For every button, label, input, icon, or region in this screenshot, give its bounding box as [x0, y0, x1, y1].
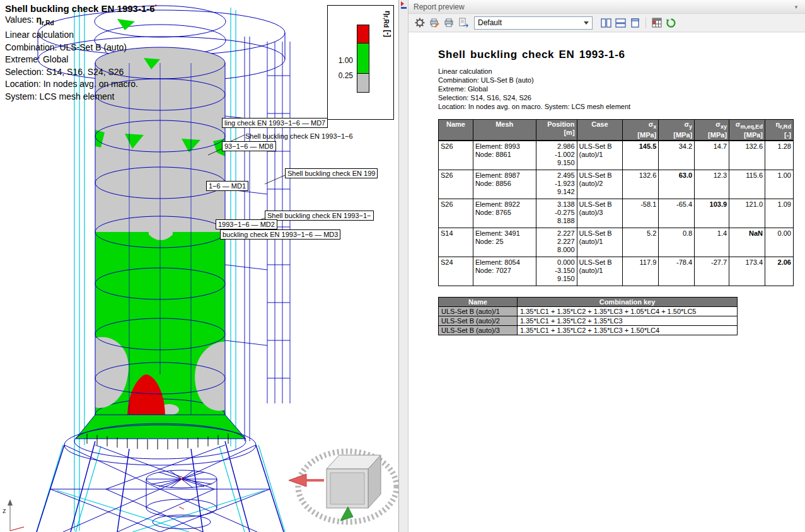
report-preview-panel: Report preview ▾ [408, 0, 805, 532]
printer-icon [444, 18, 454, 28]
overlay-line-extreme: Extreme: Global [5, 54, 157, 66]
info-line-selection: Selection: S14, S16, S24, S26 [438, 93, 794, 102]
cell-position: 3.138-0.2758.188 [536, 199, 577, 228]
report-template-select[interactable]: Default [474, 16, 593, 30]
cell-sigma-y: -65.4 [659, 199, 695, 228]
cell-case: ULS-Set B(auto)/1 [577, 141, 623, 170]
overlay-title: Shell buckling check EN 1993-1-6* [5, 3, 157, 14]
model-label-md2[interactable]: 1993−1−6 — MD2 [216, 219, 277, 229]
printer-edit-icon [429, 18, 439, 28]
legend-tick-low: 0.25 [330, 71, 353, 80]
col-sigma-xy: σxy[MPa] [695, 120, 729, 141]
legend-seg-gray [357, 74, 369, 93]
cell-case: ULS-Set B(auto)/3 [577, 199, 623, 228]
cell-sigma-meqed: 132.6 [729, 141, 765, 170]
cell-sigma-x: 145.5 [623, 141, 659, 170]
model-label-full-2[interactable]: Shell buckling check EN 1993−1− [265, 211, 374, 221]
cell-name: S14 [439, 228, 473, 257]
rotate-down-arrow[interactable] [340, 507, 353, 521]
cell-sigma-meqed: NaN [729, 228, 765, 257]
cell-eta-rrd: 2.06 [765, 257, 794, 286]
cell-sigma-xy: 12.3 [695, 170, 729, 199]
cell-sigma-y: 0.8 [659, 228, 695, 257]
dock-arrow-icon[interactable] [401, 1, 407, 9]
col-sigma-x: σx[MPa] [623, 120, 659, 141]
single-page-icon [630, 18, 640, 28]
export-button[interactable] [456, 16, 470, 30]
layout-split-button[interactable] [613, 16, 628, 30]
report-toolbar: Default [408, 14, 805, 32]
layout-single-page-button[interactable] [628, 16, 642, 30]
rotate-left-arrow[interactable] [289, 474, 306, 487]
cell-eta-rrd: 0.00 [765, 228, 794, 257]
cell-combo-name: ULS-Set B (auto)/3 [439, 325, 518, 335]
cell-case: ULS-Set B(auto)/2 [577, 170, 623, 199]
split-pages-icon [615, 18, 626, 28]
view-cube[interactable] [289, 451, 397, 522]
cell-mesh: Element: 8993Node: 8861 [473, 141, 536, 170]
col-combo-name: Name [439, 297, 518, 306]
result-overlay: Shell buckling check EN 1993-1-6* Values… [5, 3, 157, 103]
chevron-down-icon[interactable] [581, 18, 591, 28]
cell-sigma-y: -78.4 [659, 257, 695, 286]
overlay-line-system: System: LCS mesh element [5, 91, 157, 103]
results-header-row: Name Mesh Position[m] Case σx[MPa] σy[MP… [439, 120, 794, 141]
results-table: Name Mesh Position[m] Case σx[MPa] σy[MP… [438, 119, 794, 286]
info-line-location: Location: In nodes avg. on macro. System… [438, 102, 794, 111]
cell-sigma-xy: -27.7 [695, 257, 729, 286]
layout-two-pages-button[interactable] [599, 16, 613, 30]
cell-sigma-x: -58.1 [623, 199, 659, 228]
legend-color-bar [357, 25, 369, 93]
report-title: Shell buckling check EN 1993-1-6 [438, 49, 794, 61]
cell-combo-key: 1.35*LC1 + 1.35*LC2 + 1.35*LC3 [518, 316, 738, 325]
axis-z-text: z [3, 507, 6, 514]
print-setup-button[interactable] [427, 16, 441, 30]
cell-case: ULS-Set B(auto)/1 [577, 228, 623, 257]
gear-icon [415, 18, 425, 28]
model-viewport[interactable]: z Shell buckling check EN 1993-1-6* Valu… [0, 0, 398, 532]
cell-sigma-meqed: 121.0 [729, 199, 765, 228]
legend-seg-green [357, 43, 369, 74]
print-button[interactable] [441, 16, 456, 30]
model-label-full-1[interactable]: Shell buckling check EN 1993−1−6 [243, 132, 355, 141]
cell-sigma-x: 117.9 [623, 257, 659, 286]
overlay-line-selection: Selection: S14, S16, S24, S26 [5, 66, 157, 79]
overlay-line-location: Location: In nodes avg. on macro. [5, 78, 157, 91]
settings-button[interactable] [412, 16, 427, 30]
color-legend: ηr,Rd [-] 1.00 0.25 [327, 5, 394, 120]
cell-eta-rrd: 1.09 [765, 199, 794, 228]
model-label-md8[interactable]: 93−1−6 — MD8 [222, 141, 276, 151]
table-row: S26 Element: 8993Node: 8861 2.986-1.0029… [439, 141, 794, 170]
panel-splitter[interactable] [398, 0, 408, 532]
cell-mesh: Element: 8922Node: 8765 [473, 199, 536, 228]
panel-menu-icon[interactable]: ▾ [792, 3, 800, 11]
cell-sigma-x: 132.6 [623, 170, 659, 199]
cell-mesh: Element: 8987Node: 8856 [473, 170, 536, 199]
col-combo-key: Combination key [518, 297, 738, 306]
cell-eta-rrd: 1.28 [765, 141, 794, 170]
model-label-md7[interactable]: ling check EN 1993−1−6 — MD7 [222, 118, 328, 128]
table-composer-button[interactable] [649, 16, 664, 30]
cell-sigma-x: 5.2 [623, 228, 659, 257]
model-label-partial[interactable]: Shell buckling check EN 199 [285, 168, 378, 178]
report-document[interactable]: Shell buckling check EN 1993-1-6 Linear … [408, 33, 805, 532]
app-window: z Shell buckling check EN 1993-1-6* Valu… [0, 0, 805, 532]
col-mesh: Mesh [473, 120, 536, 141]
cell-sigma-y: 34.2 [659, 141, 695, 170]
table-row: S14 Element: 3491Node: 25 2.2272.2278.00… [439, 228, 794, 257]
model-label-md1[interactable]: 1−6 — MD1 [206, 181, 248, 191]
model-label-md3[interactable]: buckling check EN 1993−1−6 — MD3 [220, 229, 340, 240]
two-pages-icon [601, 18, 611, 28]
cell-name: S26 [439, 141, 473, 170]
cell-combo-key: 1.35*LC1 + 1.35*LC2 + 1.35*LC3 + 1.05*LC… [518, 306, 738, 316]
refresh-button[interactable] [664, 16, 678, 30]
combination-header-row: Name Combination key [439, 297, 738, 306]
refresh-icon [666, 18, 676, 28]
table-row: S24 Element: 8054Node: 7027 0.000-3.1509… [439, 257, 794, 286]
cell-name: S26 [439, 170, 473, 199]
export-icon [458, 18, 468, 28]
cell-position: 0.000-3.1509.150 [536, 257, 577, 286]
cell-combo-name: ULS-Set B (auto)/2 [439, 316, 518, 325]
cell-combo-key: 1.35*LC1 + 1.35*LC2 + 1.35*LC3 + 1.50*LC… [518, 325, 738, 335]
col-case: Case [577, 120, 623, 141]
